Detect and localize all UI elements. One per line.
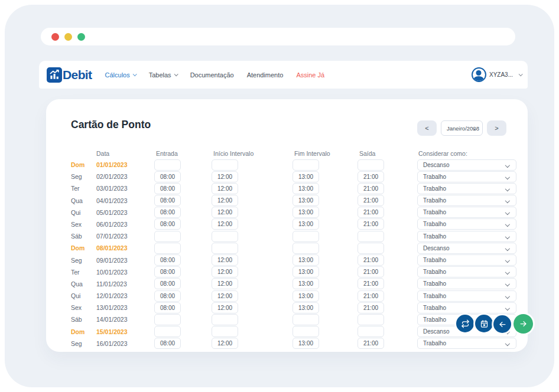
fim-intervalo-input[interactable] — [292, 302, 319, 313]
inicio-intervalo-input[interactable] — [212, 314, 238, 325]
entrada-input[interactable] — [154, 266, 181, 277]
saida-input[interactable] — [358, 183, 384, 194]
saida-input[interactable] — [358, 195, 384, 206]
fim-intervalo-input[interactable] — [292, 218, 319, 230]
considerar-como-select[interactable]: Trabalho — [417, 338, 516, 349]
next-step-button[interactable] — [514, 314, 533, 334]
entrada-input[interactable] — [154, 254, 181, 266]
inicio-intervalo-input[interactable] — [212, 218, 238, 230]
saida-input[interactable] — [358, 243, 384, 254]
inicio-intervalo-input[interactable] — [212, 231, 238, 242]
nav-item-documentacao[interactable]: Documentação — [190, 71, 234, 79]
prev-month-button[interactable]: < — [417, 120, 437, 136]
fim-intervalo-input[interactable] — [292, 159, 319, 171]
entrada-input[interactable] — [154, 231, 181, 242]
fim-intervalo-input[interactable] — [292, 314, 319, 325]
inicio-intervalo-input[interactable] — [212, 326, 238, 337]
fim-intervalo-input[interactable] — [292, 266, 319, 277]
saida-input[interactable] — [358, 290, 384, 302]
considerar-como-select[interactable]: Trabalho — [417, 207, 516, 218]
month-select[interactable]: Janeiro/2023 — [441, 120, 483, 136]
saida-input[interactable] — [358, 326, 384, 337]
saida-input[interactable] — [358, 207, 384, 218]
brand-logo[interactable]: Debit — [47, 67, 92, 83]
entrada-input[interactable] — [154, 243, 181, 254]
entrada-input[interactable] — [154, 326, 181, 337]
considerar-como-select[interactable]: Trabalho — [417, 266, 516, 277]
entrada-input[interactable] — [154, 278, 181, 289]
saida-input[interactable] — [358, 218, 384, 230]
calendar-clear-icon — [480, 319, 489, 328]
clear-month-button[interactable] — [475, 315, 493, 332]
entrada-input[interactable] — [154, 183, 181, 194]
fim-intervalo-input[interactable] — [292, 207, 319, 218]
inicio-intervalo-input[interactable] — [212, 302, 238, 313]
entrada-input[interactable] — [154, 338, 181, 349]
user-menu[interactable]: XYZA3... — [472, 61, 522, 89]
considerar-como-select[interactable]: Trabalho — [417, 231, 516, 242]
nav-item-tabelas[interactable]: Tabelas — [149, 71, 177, 79]
fim-intervalo-input[interactable] — [292, 278, 319, 289]
entrada-input[interactable] — [154, 159, 181, 171]
fim-intervalo-input[interactable] — [292, 243, 319, 254]
previous-step-button[interactable] — [493, 315, 511, 333]
minimize-window-button[interactable] — [64, 33, 72, 41]
fim-intervalo-input[interactable] — [292, 254, 319, 266]
nav-item-calculos[interactable]: Cálculos — [105, 71, 136, 79]
saida-input[interactable] — [358, 254, 384, 266]
timesheet-row: Ter 03/01/2023 Trabalho — [46, 182, 528, 194]
nav-item-atendimento[interactable]: Atendimento — [247, 71, 284, 79]
fim-intervalo-input[interactable] — [292, 326, 319, 337]
inicio-intervalo-input[interactable] — [212, 278, 238, 289]
fim-intervalo-input[interactable] — [292, 290, 319, 302]
considerar-como-select[interactable]: Trabalho — [417, 171, 516, 182]
entrada-input[interactable] — [154, 195, 181, 206]
saida-input[interactable] — [358, 314, 384, 325]
saida-input[interactable] — [358, 171, 384, 182]
inicio-intervalo-input[interactable] — [212, 338, 238, 349]
entrada-input[interactable] — [154, 314, 181, 325]
considerar-como-select[interactable]: Trabalho — [417, 254, 516, 266]
inicio-intervalo-input[interactable] — [212, 207, 238, 218]
next-month-button[interactable]: > — [487, 120, 506, 136]
fim-intervalo-input[interactable] — [292, 183, 319, 194]
considerar-como-select[interactable]: Descanso — [417, 243, 516, 254]
close-window-button[interactable] — [51, 33, 59, 41]
entrada-input[interactable] — [154, 302, 181, 313]
considerar-como-select[interactable]: Trabalho — [417, 302, 516, 313]
saida-input[interactable] — [358, 302, 384, 313]
saida-input[interactable] — [358, 278, 384, 289]
inicio-intervalo-input[interactable] — [212, 243, 238, 254]
fim-intervalo-input[interactable] — [292, 338, 319, 349]
inicio-intervalo-input[interactable] — [212, 171, 238, 182]
inicio-intervalo-input[interactable] — [212, 266, 238, 277]
fim-intervalo-input[interactable] — [292, 231, 319, 242]
navbar: Debit CálculosTabelasDocumentaçãoAtendim… — [39, 61, 528, 89]
considerar-como-select[interactable]: Trabalho — [417, 278, 516, 289]
fim-intervalo-input[interactable] — [292, 171, 319, 182]
saida-input[interactable] — [358, 266, 384, 277]
considerar-como-select[interactable]: Trabalho — [417, 183, 516, 194]
maximize-window-button[interactable] — [77, 33, 85, 41]
fim-intervalo-input[interactable] — [292, 195, 319, 206]
nav-item-assine-ja[interactable]: Assine Já — [296, 71, 324, 79]
considerar-como-select[interactable]: Descanso — [417, 159, 516, 171]
inicio-intervalo-input[interactable] — [212, 290, 238, 302]
inicio-intervalo-input[interactable] — [212, 254, 238, 266]
entrada-input[interactable] — [154, 207, 181, 218]
entrada-input[interactable] — [154, 218, 181, 230]
saida-input[interactable] — [358, 231, 384, 242]
arrow-left-icon — [498, 320, 507, 329]
inicio-intervalo-input[interactable] — [212, 195, 238, 206]
entrada-input[interactable] — [154, 171, 181, 182]
considerar-como-select[interactable]: Trabalho — [417, 195, 516, 206]
considerar-como-select[interactable]: Trabalho — [417, 290, 516, 302]
chevron-down-icon — [174, 72, 178, 76]
repeat-hours-button[interactable] — [456, 315, 474, 332]
inicio-intervalo-input[interactable] — [212, 159, 238, 171]
inicio-intervalo-input[interactable] — [212, 183, 238, 194]
entrada-input[interactable] — [154, 290, 181, 302]
considerar-como-select[interactable]: Trabalho — [417, 218, 516, 230]
saida-input[interactable] — [358, 338, 384, 349]
saida-input[interactable] — [358, 159, 384, 171]
